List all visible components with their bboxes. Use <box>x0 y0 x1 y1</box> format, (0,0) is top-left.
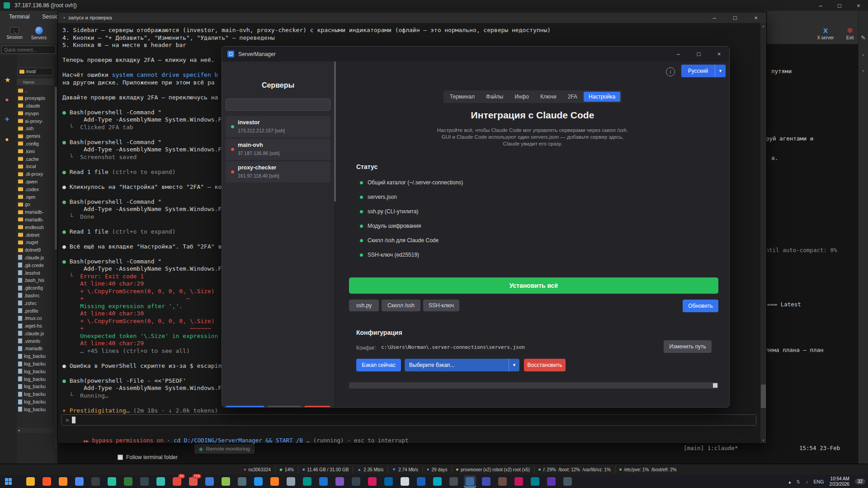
file-tree-item[interactable]: .codex <box>17 185 54 193</box>
file-tree-item[interactable]: log_backu <box>17 375 54 383</box>
file-tree-item[interactable]: dotnet9 <box>17 246 54 254</box>
file-tree-item[interactable]: .nuget <box>17 239 54 246</box>
tray-widget[interactable]: ●ns3063324 <box>240 466 275 473</box>
terminal-minimize-button[interactable]: – <box>704 12 725 23</box>
component-button-SSH-ключ[interactable]: SSH-ключ <box>423 300 459 311</box>
tree-vertical-scrollbar[interactable] <box>55 87 57 448</box>
name-column-header[interactable]: Name <box>17 79 54 86</box>
file-tree-item[interactable]: .dotnet <box>17 231 54 239</box>
install-all-button[interactable]: Установить всё <box>349 277 718 294</box>
file-tree-item[interactable]: ai-proxy- <box>17 117 54 125</box>
tab-Инфо[interactable]: Инфо <box>509 92 534 102</box>
file-tree-item[interactable]: .cache <box>17 155 54 163</box>
tray-widget[interactable]: ◆14% <box>275 466 298 473</box>
add-server-button[interactable]: + Добавить <box>226 406 264 408</box>
backup-now-button[interactable]: Бэкап сейчас <box>356 359 401 371</box>
minimize-button[interactable]: – <box>811 0 830 11</box>
tray-widget[interactable]: ▼2.74 Mb/s <box>387 466 422 473</box>
taskbar-app-icon[interactable] <box>545 475 557 488</box>
file-tree-item[interactable]: log_backu <box>17 398 54 406</box>
file-tree-item[interactable]: log_backu <box>17 367 54 375</box>
file-tree-item[interactable]: proxyapis <box>17 94 54 102</box>
tray-widget[interactable]: ■/etc/pve: 1% /boot/efi: 2% <box>615 466 681 473</box>
file-tree-item[interactable]: .qwen <box>17 178 54 186</box>
taskbar-app-icon[interactable] <box>448 475 460 488</box>
file-tree-item[interactable]: log_backu <box>17 360 54 368</box>
taskbar-app-icon[interactable] <box>350 475 362 488</box>
taskbar-app-icon[interactable] <box>464 475 476 488</box>
quick-connect-input[interactable] <box>1 46 56 54</box>
server-search-input[interactable] <box>226 99 330 111</box>
file-tree-item[interactable]: .viminfo <box>17 337 54 345</box>
tray-widget[interactable]: ■proxmoxer (x2) robot (x2) root (x5) <box>452 466 534 473</box>
scrollbar-thumb[interactable] <box>761 385 766 408</box>
bottom-scrollbar[interactable] <box>349 382 718 389</box>
file-tree-item[interactable]: myvpn <box>17 109 54 117</box>
file-tree-item[interactable]: .local <box>17 163 54 170</box>
taskbar-app-icon[interactable] <box>106 475 118 488</box>
taskbar-app-icon[interactable] <box>252 475 264 488</box>
favorites-icon[interactable]: ★ <box>5 76 10 84</box>
file-tree-item[interactable]: .claude.js <box>17 330 54 338</box>
servers-button[interactable]: Servers <box>27 23 51 43</box>
tab-Ключи[interactable]: Ключи <box>535 92 561 102</box>
file-tree-item[interactable]: endlessh <box>17 223 54 231</box>
file-tree-item[interactable]: mariadb- <box>17 208 54 216</box>
file-tree-item[interactable]: .di-proxy <box>17 170 54 178</box>
taskbar-app-icon[interactable] <box>285 475 297 488</box>
follow-terminal-folder[interactable]: Follow terminal folder <box>118 454 178 460</box>
scroll-down-icon[interactable]: ▾ <box>760 438 766 442</box>
edit-server-button[interactable]: Изменить <box>267 406 302 408</box>
taskbar-app-icon[interactable] <box>561 475 574 488</box>
scrollbar-handle[interactable] <box>713 383 717 388</box>
tab-Терминал[interactable]: Терминал <box>445 92 480 102</box>
tab-2FA[interactable]: 2FA <box>563 92 582 102</box>
server-list-item[interactable]: main-ovh37.187.136.86 [ssh] <box>226 139 330 160</box>
file-tree-item[interactable]: .mariadb <box>17 345 54 352</box>
tray-widget[interactable]: ●29 days <box>422 466 451 473</box>
tray-widget[interactable]: ■11.46 GB / 31.00 GB <box>298 466 353 473</box>
taskbar-app-icon[interactable] <box>73 475 85 488</box>
file-tree-item[interactable]: .zshrc <box>17 299 54 307</box>
taskbar-app-icon[interactable] <box>382 475 395 488</box>
taskbar-app-icon[interactable] <box>366 475 378 488</box>
taskbar-app-icon[interactable]: 20 <box>171 475 183 488</box>
taskbar-app-icon[interactable] <box>529 475 541 488</box>
taskbar-app-icon[interactable] <box>415 475 427 488</box>
file-tree-item[interactable]: .wget-hs <box>17 322 54 330</box>
taskbar-app-icon[interactable] <box>138 475 151 488</box>
hidden-icons-chevron[interactable]: ▴ <box>788 479 791 484</box>
taskbar-app-icon[interactable]: 715 <box>187 475 199 488</box>
taskbar-app-icon[interactable] <box>431 475 443 488</box>
file-tree-item[interactable]: .claude <box>17 102 54 110</box>
terminal-titlebar[interactable]: • запуск и проверка – □ × <box>58 12 766 23</box>
macros-icon[interactable]: ● <box>5 96 9 103</box>
taskbar-app-icon[interactable] <box>496 475 509 488</box>
file-tree-item[interactable]: log_backu <box>17 405 54 413</box>
close-button[interactable]: × <box>849 0 868 11</box>
file-tree-item[interactable]: .bash_his <box>17 277 54 284</box>
path-selector[interactable]: /root/ <box>18 68 53 75</box>
menu-terminal[interactable]: Terminal <box>9 14 29 20</box>
taskbar-app-icon[interactable] <box>480 475 492 488</box>
taskbar-app-icon[interactable] <box>41 475 53 488</box>
change-path-button[interactable]: Изменить путь <box>664 340 712 353</box>
taskbar-app-icon[interactable] <box>317 475 330 488</box>
backup-select[interactable]: Выберите бэкап... ▼ <box>405 359 519 371</box>
file-tree-item[interactable]: .claude.js <box>17 254 54 262</box>
file-tree-item[interactable]: .config <box>17 140 54 148</box>
file-tree-item[interactable]: .. <box>17 87 54 94</box>
tab-Файлы[interactable]: Файлы <box>481 92 508 102</box>
tray-widget[interactable]: ▲2.35 Mb/s <box>353 466 387 473</box>
file-tree-item[interactable]: log_backu <box>17 352 54 360</box>
file-tree-item[interactable]: .bashrc <box>17 292 54 300</box>
send-file-icon[interactable]: ✈ <box>5 116 10 123</box>
network-icon[interactable]: ⇅ <box>797 479 801 484</box>
tray-widget[interactable]: ■/: 29% /boot: 12% /var/lib/vz: 1% <box>534 466 615 473</box>
file-tree-item[interactable]: .tmux.co <box>17 314 54 322</box>
terminal-maximize-button[interactable]: □ <box>725 12 745 23</box>
start-button[interactable] <box>0 475 16 488</box>
file-tree-item[interactable]: mariadb- <box>17 216 54 224</box>
language-select[interactable]: Русский ▼ <box>681 65 726 77</box>
component-button-ssh.py[interactable]: ssh.py <box>349 300 379 311</box>
